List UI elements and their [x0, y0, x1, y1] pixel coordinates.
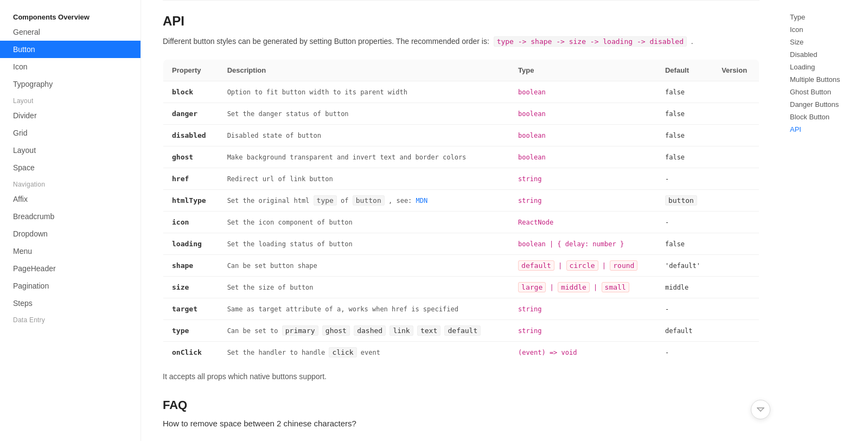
sidebar-section-layout: Layout [0, 93, 141, 107]
desc-htmltype: Set the original html type of button , s… [227, 197, 428, 204]
desc-onclick: Set the handler to handle click event [227, 349, 380, 356]
desc-shape: Can be set button shape [227, 262, 317, 270]
table-row: disabled Disabled state of button boolea… [163, 124, 760, 146]
sidebar-item-breadcrumb[interactable]: Breadcrumb [0, 208, 141, 225]
type-type: string [518, 327, 541, 335]
table-row: onClick Set the handler to handle click … [163, 341, 760, 363]
desc-type: Can be set to primary ghost dashed link … [227, 327, 481, 335]
type-shape: default | circle | round [518, 262, 637, 270]
type-danger: boolean [518, 110, 546, 118]
table-row: ghost Make background transparent and in… [163, 146, 760, 168]
type-ghost: boolean [518, 154, 546, 161]
desc-loading: Set the loading status of button [227, 240, 353, 248]
sidebar: Components Overview General Button Icon … [0, 0, 141, 441]
toc-type[interactable]: Type [790, 11, 859, 23]
toc-size[interactable]: Size [790, 36, 859, 48]
toc-multiple[interactable]: Multiple Buttons [790, 73, 859, 86]
sidebar-item-grid[interactable]: Grid [0, 124, 141, 142]
type-block: boolean [518, 88, 546, 96]
default-onclick: - [665, 349, 669, 356]
sidebar-item-general[interactable]: General [0, 23, 141, 41]
toc-api[interactable]: API [790, 123, 859, 136]
prop-href: href [172, 175, 189, 183]
desc-target: Same as target attribute of a, works whe… [227, 305, 458, 313]
prop-htmltype: htmlType [172, 196, 206, 204]
sidebar-item-divider[interactable]: Divider [0, 107, 141, 124]
sidebar-item-dropdown[interactable]: Dropdown [0, 225, 141, 242]
toc-icon[interactable]: Icon [790, 23, 859, 36]
sidebar-item-layout[interactable]: Layout [0, 142, 141, 159]
col-header-type: Type [509, 59, 656, 81]
table-row: icon Set the icon component of button Re… [163, 211, 760, 233]
type-icon: ReactNode [518, 219, 553, 226]
default-target: - [665, 305, 669, 313]
default-type: default [665, 327, 693, 335]
sidebar-item-space[interactable]: Space [0, 159, 141, 176]
default-htmltype: button [665, 197, 697, 204]
default-danger: false [665, 110, 685, 118]
scroll-to-top-button[interactable] [751, 400, 770, 419]
type-disabled: boolean [518, 132, 546, 139]
table-row: target Same as target attribute of a, wo… [163, 298, 760, 319]
prop-target: target [172, 305, 197, 313]
prop-size: size [172, 283, 189, 291]
prop-loading: loading [172, 240, 202, 248]
sidebar-item-affix[interactable]: Affix [0, 190, 141, 208]
prop-ghost: ghost [172, 153, 193, 161]
api-desc-code: type -> shape -> size -> loading -> disa… [494, 36, 687, 47]
type-htmltype: string [518, 197, 541, 204]
toc-disabled[interactable]: Disabled [790, 48, 859, 61]
top-divider [163, 0, 760, 1]
api-description: Different button styles can be generated… [163, 35, 760, 48]
api-desc-text: Different button styles can be generated… [163, 37, 489, 46]
sidebar-item-pagination[interactable]: Pagination [0, 277, 141, 295]
table-row: block Option to fit button width to its … [163, 81, 760, 103]
col-header-version: Version [713, 59, 759, 81]
default-size: middle [665, 284, 688, 291]
toc-loading[interactable]: Loading [790, 61, 859, 73]
desc-danger: Set the danger status of button [227, 110, 349, 118]
app-title: Components Overview [0, 9, 141, 23]
default-disabled: false [665, 132, 685, 139]
type-target: string [518, 305, 541, 313]
type-loading: boolean | { delay: number } [518, 240, 624, 248]
toc-block[interactable]: Block Button [790, 111, 859, 123]
prop-icon: icon [172, 218, 189, 226]
desc-disabled: Disabled state of button [227, 132, 321, 139]
sidebar-item-pageheader[interactable]: PageHeader [0, 260, 141, 277]
desc-ghost: Make background transparent and invert t… [227, 154, 467, 161]
prop-shape: shape [172, 261, 193, 270]
prop-block: block [172, 88, 193, 96]
prop-disabled: disabled [172, 131, 206, 139]
table-row: danger Set the danger status of button b… [163, 103, 760, 124]
desc-icon: Set the icon component of button [227, 219, 353, 226]
toc-danger[interactable]: Danger Buttons [790, 98, 859, 111]
col-header-property: Property [163, 59, 219, 81]
mdn-link[interactable]: MDN [416, 197, 428, 204]
default-block: false [665, 88, 685, 96]
desc-block: Option to fit button width to its parent… [227, 88, 407, 96]
sidebar-item-typography[interactable]: Typography [0, 75, 141, 93]
api-desc-period: . [691, 37, 693, 46]
sidebar-section-navigation: Navigation [0, 176, 141, 190]
sidebar-item-menu[interactable]: Menu [0, 242, 141, 260]
api-section-title: API [163, 14, 760, 29]
api-footnote: It accepts all props which native button… [163, 372, 760, 381]
table-row: htmlType Set the original html type of b… [163, 189, 760, 211]
sidebar-section-data-entry: Data Entry [0, 312, 141, 326]
prop-type: type [172, 327, 189, 335]
toc: Type Icon Size Disabled Loading Multiple… [781, 0, 868, 441]
prop-onclick: onClick [172, 348, 202, 356]
sidebar-item-button[interactable]: Button [0, 41, 141, 58]
svg-line-1 [761, 408, 764, 411]
desc-href: Redirect url of link button [227, 175, 333, 183]
toc-ghost[interactable]: Ghost Button [790, 86, 859, 98]
default-icon: - [665, 219, 669, 226]
table-row: href Redirect url of link button string … [163, 168, 760, 189]
table-row: size Set the size of button large | midd… [163, 276, 760, 298]
default-href: - [665, 175, 669, 183]
default-ghost: false [665, 154, 685, 161]
sidebar-item-icon[interactable]: Icon [0, 58, 141, 75]
sidebar-item-steps[interactable]: Steps [0, 295, 141, 312]
table-row: type Can be set to primary ghost dashed … [163, 319, 760, 341]
